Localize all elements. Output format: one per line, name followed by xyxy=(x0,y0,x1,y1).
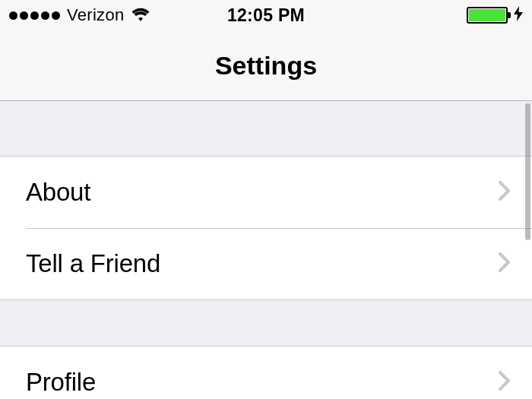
section-spacer xyxy=(0,300,532,346)
list-item-profile[interactable]: Profile xyxy=(0,347,532,399)
status-left: Verizon xyxy=(9,5,150,26)
charging-icon xyxy=(514,6,523,25)
chevron-right-icon xyxy=(499,181,511,204)
signal-strength-icon xyxy=(9,11,60,20)
list-item-label: About xyxy=(26,178,90,207)
page-title: Settings xyxy=(215,51,317,81)
section-spacer xyxy=(0,101,532,156)
scrollbar-thumb[interactable] xyxy=(525,103,530,240)
list-item-about[interactable]: About xyxy=(0,157,532,228)
chevron-right-icon xyxy=(499,371,511,394)
list-item-tell-a-friend[interactable]: Tell a Friend xyxy=(0,228,532,299)
content-area: About Tell a Friend Profile xyxy=(0,101,532,399)
list-group: Profile xyxy=(0,346,532,399)
navigation-bar: Settings xyxy=(0,30,532,101)
list-item-label: Profile xyxy=(26,368,96,397)
status-bar: Verizon 12:05 PM xyxy=(0,0,532,30)
wifi-icon xyxy=(131,6,150,26)
chevron-right-icon xyxy=(499,252,511,275)
list-item-label: Tell a Friend xyxy=(26,249,160,278)
battery-icon xyxy=(467,7,508,24)
status-time: 12:05 PM xyxy=(227,5,305,26)
carrier-label: Verizon xyxy=(67,5,124,25)
list-group: About Tell a Friend xyxy=(0,156,532,300)
status-right xyxy=(467,6,523,25)
